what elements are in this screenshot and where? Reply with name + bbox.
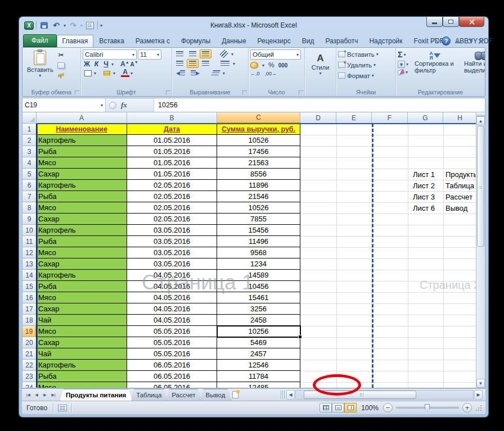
column-header-B[interactable]: B <box>127 112 217 124</box>
decrease-decimal-icon[interactable]: ,00→ <box>265 71 277 76</box>
sheet-tab-вывод[interactable]: Вывод <box>200 389 232 401</box>
next-sheet-icon[interactable]: ▶ <box>41 391 49 399</box>
cell-C3[interactable]: 17456 <box>217 146 300 157</box>
scroll-right-icon[interactable]: ▶ <box>474 390 483 400</box>
cell-B24[interactable]: 06.05.2016 <box>127 382 217 388</box>
row-header-23[interactable]: 23 <box>22 371 37 382</box>
cell-B13[interactable]: 03.05.2016 <box>127 258 217 270</box>
fill-button[interactable]: ▼▾ <box>398 61 408 68</box>
normal-view-button[interactable] <box>320 403 332 412</box>
scroll-left-icon[interactable]: ◀ <box>286 390 295 400</box>
underline-button[interactable]: Ч <box>102 60 110 68</box>
row-header-14[interactable]: 14 <box>22 270 37 281</box>
v-split-handle[interactable] <box>476 112 485 116</box>
column-header-H[interactable]: H <box>443 112 477 124</box>
row-header-7[interactable]: 7 <box>22 191 37 202</box>
zoom-out-button[interactable]: − <box>383 403 393 412</box>
column-header-F[interactable]: F <box>372 112 408 124</box>
scroll-down-icon[interactable]: ▼ <box>476 379 485 388</box>
cell-G7[interactable]: Лист 3 <box>408 191 443 202</box>
align-top-button[interactable] <box>174 49 186 58</box>
font-color-button[interactable]: А <box>121 69 129 77</box>
delete-cells-button[interactable]: Удалить▾ <box>338 60 394 70</box>
scroll-up-icon[interactable]: ▲ <box>476 116 485 125</box>
shrink-font-button[interactable]: А▼ <box>130 60 138 68</box>
align-bottom-button[interactable] <box>200 49 212 58</box>
cell-G6[interactable]: Лист 2 <box>408 180 443 191</box>
spreadsheet-grid[interactable]: ABCDEFGH12345678910111213141516171819202… <box>22 112 485 388</box>
cell-G8[interactable]: Лист 6 <box>408 202 443 214</box>
decrease-indent-button[interactable]: ◀ <box>174 69 187 78</box>
cell-C9[interactable]: 7855 <box>217 214 300 225</box>
cell-A22[interactable]: Картофель <box>37 360 127 371</box>
cell-A2[interactable]: Картофель <box>37 135 127 146</box>
vertical-scrollbar[interactable]: ▲ ▼ <box>476 112 485 388</box>
accounting-format-icon[interactable] <box>250 62 258 69</box>
doc-minimize-button[interactable] <box>454 38 462 44</box>
last-sheet-icon[interactable]: ▶| <box>50 391 57 399</box>
cell-C12[interactable]: 9568 <box>217 247 300 258</box>
h-scroll-thumb[interactable] <box>304 391 416 399</box>
row-header-24[interactable]: 24 <box>22 382 37 388</box>
cell-C10[interactable]: 15456 <box>217 225 300 236</box>
cell-C6[interactable]: 11896 <box>217 180 300 191</box>
row-header-9[interactable]: 9 <box>22 214 37 225</box>
row-header-22[interactable]: 22 <box>22 360 37 371</box>
clear-button[interactable]: ▾ <box>398 70 408 75</box>
cell-B4[interactable]: 01.05.2016 <box>127 157 217 169</box>
cell-G5[interactable]: Лист 1 <box>408 169 443 180</box>
sheet-tab-рассчет[interactable]: Рассчет <box>165 389 201 401</box>
minimize-button[interactable] <box>426 17 443 27</box>
cell-B7[interactable]: 02.05.2016 <box>127 191 217 202</box>
cell-C5[interactable]: 8556 <box>217 169 300 180</box>
cell-A17[interactable]: Сахар <box>37 303 127 315</box>
percent-style-button[interactable]: % <box>268 61 274 69</box>
cut-icon[interactable]: ✂ <box>56 51 66 60</box>
merge-center-button[interactable] <box>210 69 222 78</box>
row-header-6[interactable]: 6 <box>22 180 37 191</box>
number-format-select[interactable]: Общий▾ <box>250 49 301 60</box>
borders-icon[interactable] <box>83 69 93 78</box>
row-header-1[interactable]: 1 <box>22 124 37 135</box>
prev-sheet-icon[interactable]: ◀ <box>33 391 40 399</box>
cell-B15[interactable]: 04.05.2016 <box>127 281 217 292</box>
table-header-cell-B1[interactable]: Дата <box>127 124 217 135</box>
cell-B20[interactable]: 05.05.2016 <box>127 337 217 348</box>
italic-button[interactable]: К <box>92 60 101 68</box>
page-break-preview-button[interactable] <box>344 403 357 412</box>
macro-record-icon[interactable] <box>58 405 67 411</box>
cell-C13[interactable]: 1234 <box>217 258 300 270</box>
row-header-3[interactable]: 3 <box>22 146 37 157</box>
row-header-2[interactable]: 2 <box>22 135 37 146</box>
cell-B5[interactable]: 01.05.2016 <box>127 169 217 180</box>
row-header-11[interactable]: 11 <box>22 236 37 247</box>
cell-B17[interactable]: 04.05.2016 <box>127 303 217 315</box>
cell-A3[interactable]: Рыба <box>37 146 127 157</box>
align-center-button[interactable] <box>187 59 199 68</box>
page-layout-view-button[interactable] <box>332 403 344 412</box>
resize-grip[interactable] <box>475 405 482 411</box>
cell-A13[interactable]: Сахар <box>37 258 127 270</box>
column-header-C[interactable]: C <box>217 112 300 124</box>
row-header-13[interactable]: 13 <box>22 258 37 270</box>
row-header-16[interactable]: 16 <box>22 292 37 303</box>
row-header-20[interactable]: 20 <box>22 337 37 348</box>
paste-dropdown-icon[interactable]: ▾ <box>39 73 41 78</box>
doc-close-button[interactable] <box>477 38 484 44</box>
align-left-button[interactable] <box>174 59 186 68</box>
autosum-button[interactable]: Σ▾ <box>398 50 408 59</box>
cell-A18[interactable]: Чай <box>37 315 127 326</box>
row-header-4[interactable]: 4 <box>22 157 37 169</box>
sort-filter-button[interactable]: А Я Сортировка и фильтр <box>412 49 458 75</box>
selected-cell-outline[interactable] <box>217 325 301 338</box>
cell-B16[interactable]: 04.05.2016 <box>127 292 217 303</box>
v-scroll-thumb[interactable] <box>477 126 484 247</box>
title-bar[interactable]: ▾ ▾ ▾ Книга8.xlsx - Microsoft Excel <box>22 17 485 34</box>
column-header-E[interactable]: E <box>336 112 372 124</box>
ribbon-tab-разметка-с[interactable]: Разметка с <box>130 35 176 47</box>
cell-A21[interactable]: Чай <box>37 348 127 360</box>
formula-input[interactable]: 10256 <box>154 98 485 112</box>
cell-A23[interactable]: Рыба <box>37 371 127 382</box>
ribbon-tab-надстройк[interactable]: Надстройк <box>363 35 408 47</box>
row-header-12[interactable]: 12 <box>22 247 37 258</box>
